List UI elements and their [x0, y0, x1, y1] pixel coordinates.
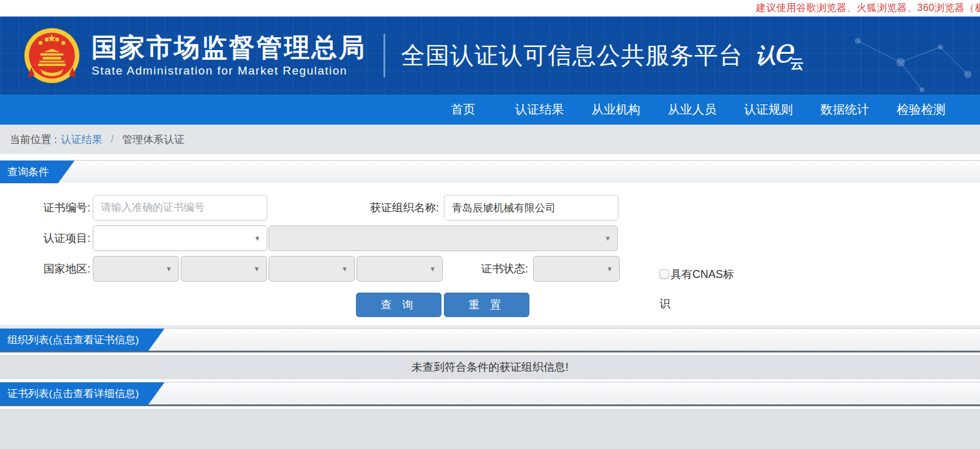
empty-result-message: 未查到符合条件的获证组织信息!: [412, 360, 568, 374]
chevron-down-icon: ▼: [341, 265, 348, 272]
agency-subtitle: State Administration for Market Regulati…: [92, 64, 366, 78]
org-list-empty-band: 未查到符合条件的获证组织信息!: [0, 355, 980, 379]
project-label: 认证项目:: [0, 231, 90, 246]
nav-item-institutions[interactable]: 从业机构: [578, 95, 654, 125]
nav-item-inspection[interactable]: 检验检测: [883, 95, 959, 125]
ren-e-yun-logo: 认 e 云: [755, 42, 804, 70]
spacer: [0, 154, 980, 160]
nav-item-home[interactable]: 首页: [425, 95, 501, 125]
cert-list-section-bar: 证书列表(点击查看详细信息): [0, 382, 980, 404]
search-button[interactable]: 查 询: [356, 293, 441, 317]
breadcrumb-current: 管理体系认证: [122, 133, 184, 147]
org-name-input[interactable]: [444, 195, 619, 221]
reset-button[interactable]: 重 置: [444, 293, 529, 317]
site-header: 国家市场监督管理总局 State Administration for Mark…: [0, 16, 980, 95]
org-list-section-title: 组织列表(点击查看证书信息): [0, 329, 164, 351]
breadcrumb-separator: /: [111, 133, 114, 145]
query-form: 证书编号: 获证组织名称: 认证项目: ▼ ▼ 国家地区: ▼ ▼ ▼: [0, 183, 980, 325]
constellation-decoration: [785, 16, 980, 95]
nav-item-statistics[interactable]: 数据统计: [807, 95, 883, 125]
chevron-down-icon: ▼: [606, 265, 613, 272]
agency-title-block: 国家市场监督管理总局 State Administration for Mark…: [92, 34, 366, 77]
region-select-province[interactable]: ▼: [181, 256, 267, 282]
national-emblem-logo: [23, 27, 81, 84]
nav-item-cert-rules[interactable]: 认证规则: [730, 95, 807, 125]
cert-list-section-title: 证书列表(点击查看详细信息): [0, 382, 164, 405]
chevron-down-icon: ▼: [604, 235, 611, 242]
form-row-3: 国家地区: ▼ ▼ ▼ ▼ 证书状态: ▼ 具有CNAS标识: [0, 256, 980, 282]
nav-item-personnel[interactable]: 从业人员: [654, 95, 730, 125]
platform-title: 全国认证认可信息公共服务平台: [401, 39, 743, 72]
chevron-down-icon: ▼: [254, 235, 261, 242]
header-divider: [383, 34, 385, 78]
page: 建议使用谷歌浏览器、火狐浏览器、360浏览器（极: [0, 0, 980, 449]
logo-yun: 云: [790, 55, 804, 73]
cnas-checkbox-label: 具有CNAS标识: [659, 268, 734, 310]
cert-no-label: 证书编号:: [0, 200, 90, 215]
browser-notice-bar: 建议使用谷歌浏览器、火狐浏览器、360浏览器（极: [0, 0, 980, 16]
region-select-country[interactable]: ▼: [93, 256, 179, 282]
cert-status-select[interactable]: ▼: [533, 256, 620, 282]
chevron-down-icon: ▼: [165, 265, 172, 272]
breadcrumb-link-cert-results[interactable]: 认证结果: [60, 133, 102, 147]
query-section-bar: 查询条件: [0, 160, 980, 183]
cnas-checkbox[interactable]: [659, 269, 669, 279]
nav-item-cert-results[interactable]: 认证结果: [501, 95, 578, 125]
cert-status-label: 证书状态:: [443, 261, 531, 276]
form-actions: 查 询 重 置: [0, 293, 980, 317]
cert-list-empty-band: [0, 409, 980, 449]
cert-no-input[interactable]: [93, 195, 267, 221]
region-select-district[interactable]: ▼: [357, 256, 443, 282]
chevron-down-icon: ▼: [429, 265, 436, 272]
org-list-section-bar: 组织列表(点击查看证书信息): [0, 328, 980, 351]
query-section-title: 查询条件: [0, 161, 74, 183]
form-row-1: 证书编号: 获证组织名称:: [0, 195, 980, 221]
project-select-primary[interactable]: ▼: [93, 225, 267, 251]
main-nav: 首页 认证结果 从业机构 从业人员 认证规则 数据统计 检验检测: [0, 95, 980, 125]
browser-notice-text: 建议使用谷歌浏览器、火狐浏览器、360浏览器（极: [756, 2, 980, 15]
breadcrumb: 当前位置 : 认证结果 / 管理体系认证: [0, 125, 980, 154]
breadcrumb-label: 当前位置 :: [10, 133, 57, 147]
chevron-down-icon: ▼: [253, 265, 260, 272]
cnas-filter: 具有CNAS标识: [659, 260, 742, 318]
form-row-2: 认证项目: ▼ ▼: [0, 225, 980, 251]
agency-title: 国家市场监督管理总局: [92, 34, 366, 62]
region-select-city[interactable]: ▼: [269, 256, 355, 282]
region-label: 国家地区:: [0, 261, 90, 276]
org-name-label: 获证组织名称:: [267, 200, 441, 215]
project-select-secondary[interactable]: ▼: [269, 225, 618, 251]
